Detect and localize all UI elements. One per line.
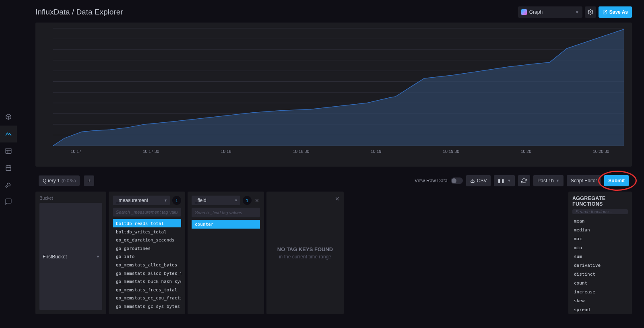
nav-cubo-icon[interactable] <box>0 109 17 126</box>
org-name: InfluxData <box>35 8 70 16</box>
measurement-item[interactable]: go_gc_duration_seconds <box>113 236 181 244</box>
measurement-item[interactable]: go_goroutines <box>113 244 181 252</box>
aggregate-item[interactable]: spread <box>572 305 628 314</box>
field-key-select[interactable]: _field ▼ <box>192 196 240 205</box>
settings-button[interactable] <box>585 6 596 18</box>
pause-dropdown[interactable]: ▮▮▼ <box>494 175 515 186</box>
measurement-item[interactable]: go_memstats_alloc_bytes <box>113 260 181 269</box>
measurement-item[interactable]: go_info <box>113 252 181 261</box>
nav-feedback-icon[interactable] <box>0 193 17 210</box>
nav-dashboards-icon[interactable] <box>0 142 17 159</box>
svg-text:10:20: 10:20 <box>521 149 531 154</box>
svg-text:10:19:30: 10:19:30 <box>443 149 459 154</box>
svg-text:10:18:30: 10:18:30 <box>293 149 309 154</box>
submit-button[interactable]: Submit <box>604 175 629 186</box>
svg-text:10:18: 10:18 <box>221 149 231 154</box>
svg-rect-0 <box>6 148 11 154</box>
nav-tasks-icon[interactable] <box>0 159 17 176</box>
measurement-item[interactable]: boltdb_reads_total <box>113 219 181 227</box>
aggregate-item[interactable]: max <box>572 234 628 243</box>
measurement-search-input[interactable] <box>113 208 181 217</box>
measurement-item[interactable]: boltdb_writes_total <box>113 227 181 236</box>
aggregate-item[interactable]: distinct <box>572 270 628 278</box>
page-name: Data Explorer <box>76 8 123 16</box>
header: InfluxData / Data Explorer Graph ▼ Save … <box>35 5 632 19</box>
aggregate-search-input[interactable] <box>572 209 628 214</box>
side-nav <box>0 0 17 328</box>
measurement-item[interactable]: go_memstats_alloc_bytes_total <box>113 269 181 277</box>
field-column: _field ▼ 1 ✕ counter <box>188 192 264 314</box>
field-item[interactable]: counter <box>192 220 260 229</box>
measurement-key-select[interactable]: _measurement ▼ <box>113 196 170 205</box>
save-as-button[interactable]: Save As <box>599 6 632 18</box>
svg-rect-1 <box>6 166 11 171</box>
viz-type-dropdown[interactable]: Graph ▼ <box>518 6 582 18</box>
line-chart: 40506070809010011012013014015010:1710:17… <box>53 27 624 155</box>
chevron-down-icon: ▼ <box>575 10 579 14</box>
empty-title: NO TAG KEYS FOUND <box>277 246 333 252</box>
aggregate-title: AGGREGATE FUNCTIONS <box>572 196 628 207</box>
measurement-list: boltdb_reads_totalboltdb_writes_totalgo_… <box>113 219 181 310</box>
empty-tag-column: ✕ NO TAG KEYS FOUND in the current time … <box>266 192 344 314</box>
close-icon[interactable]: ✕ <box>335 196 340 202</box>
script-editor-button[interactable]: Script Editor <box>567 175 601 186</box>
svg-text:10:17: 10:17 <box>71 149 81 154</box>
aggregate-item[interactable]: count <box>572 278 628 287</box>
svg-text:10:20:30: 10:20:30 <box>593 149 609 154</box>
time-range-dropdown[interactable]: Past 1h▼ <box>533 175 564 186</box>
add-query-button[interactable]: + <box>84 175 94 186</box>
viz-type-label: Graph <box>529 9 543 15</box>
chevron-down-icon: ▼ <box>234 198 238 202</box>
measurement-item[interactable]: go_memstats_frees_total <box>113 285 181 294</box>
bucket-column: Bucket FirstBucket ▼ <box>35 192 106 314</box>
csv-button[interactable]: CSV <box>466 175 491 186</box>
chevron-down-icon: ▼ <box>507 179 511 183</box>
query-tab[interactable]: Query 1 (0.03s) <box>39 175 80 186</box>
aggregate-item[interactable]: increase <box>572 287 628 296</box>
measurement-item[interactable]: go_memstats_gc_sys_bytes <box>113 302 181 310</box>
chart-panel: 40506070809010011012013014015010:1710:17… <box>35 23 632 167</box>
aggregate-item[interactable]: median <box>572 225 628 234</box>
raw-data-toggle[interactable] <box>451 177 463 184</box>
field-search-input[interactable] <box>192 208 260 217</box>
aggregate-item[interactable]: skew <box>572 296 628 305</box>
pause-icon: ▮▮ <box>498 178 505 184</box>
page-title: InfluxData / Data Explorer <box>35 8 123 17</box>
query-toolbar: Query 1 (0.03s) + View Raw Data CSV ▮▮▼ … <box>35 172 632 189</box>
measurement-count-badge: 1 <box>172 196 181 205</box>
aggregate-item[interactable]: mean <box>572 217 628 225</box>
aggregate-item[interactable]: derivative <box>572 261 628 270</box>
chevron-down-icon: ▼ <box>96 255 100 259</box>
chevron-down-icon: ▼ <box>556 179 559 183</box>
svg-text:10:19: 10:19 <box>371 149 381 154</box>
bucket-select[interactable]: FirstBucket ▼ <box>39 203 102 310</box>
measurement-column: _measurement ▼ 1 boltdb_reads_totalboltd… <box>109 192 185 314</box>
bucket-label: Bucket <box>39 196 102 200</box>
aggregate-column: AGGREGATE FUNCTIONS meanmedianmaxminsumd… <box>568 192 632 314</box>
field-list: counter <box>192 220 260 229</box>
raw-data-label: View Raw Data <box>415 178 448 184</box>
refresh-button[interactable] <box>518 175 530 186</box>
aggregate-item[interactable]: min <box>572 243 628 252</box>
nav-wrench-icon[interactable] <box>0 176 17 193</box>
aggregate-item[interactable]: sum <box>572 252 628 261</box>
query-tab-label: Query 1 <box>43 178 60 184</box>
field-count-badge: 1 <box>243 196 252 205</box>
measurement-item[interactable]: go_memstats_gc_cpu_fraction <box>113 294 181 302</box>
main: InfluxData / Data Explorer Graph ▼ Save … <box>17 0 644 328</box>
empty-subtitle: in the current time range <box>279 254 331 260</box>
svg-point-2 <box>590 11 591 13</box>
aggregate-list: meanmedianmaxminsumderivativedistinctcou… <box>572 217 628 314</box>
graph-viz-icon <box>521 9 527 15</box>
query-builder: Bucket FirstBucket ▼ _measurement ▼ 1 bo… <box>35 192 632 314</box>
chevron-down-icon: ▼ <box>164 198 167 202</box>
measurement-item[interactable]: go_memstats_buck_hash_sys_bytes <box>113 277 181 286</box>
nav-explorer-icon[interactable] <box>0 126 17 142</box>
svg-text:10:17:30: 10:17:30 <box>143 149 159 154</box>
query-tab-time: (0.03s) <box>62 178 76 183</box>
close-icon[interactable]: ✕ <box>254 198 260 204</box>
